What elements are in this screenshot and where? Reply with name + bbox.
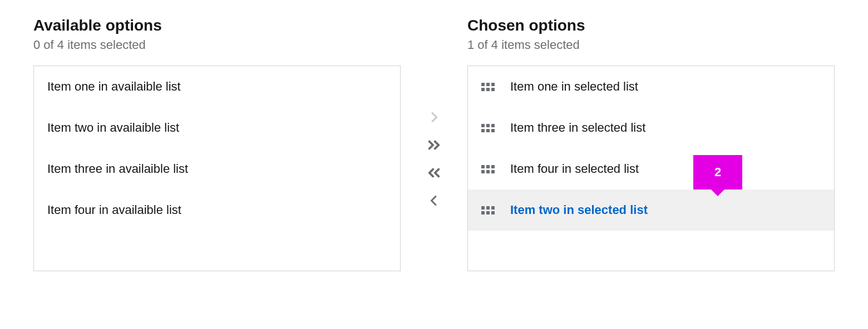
list-item[interactable]: Item four in availaible list <box>34 190 400 231</box>
available-status: 0 of 4 items selected <box>33 38 401 52</box>
grip-vertical-icon[interactable] <box>481 206 495 215</box>
remove-selected-button[interactable] <box>427 192 441 210</box>
list-item[interactable]: 2 Item two in selected list <box>468 190 834 231</box>
list-item[interactable]: Item one in availaible list <box>34 66 400 107</box>
available-pane: Available options 0 of 4 items selected … <box>33 17 401 271</box>
list-item-label: Item three in selected list <box>510 121 645 135</box>
list-item-label: Item one in availaible list <box>47 79 181 94</box>
list-item[interactable]: Item two in availaible list <box>34 107 400 148</box>
list-item-label: Item four in availaible list <box>47 203 181 217</box>
reorder-tooltip: 2 <box>693 155 742 190</box>
angle-double-left-icon <box>427 166 441 180</box>
list-item[interactable]: Item three in availaible list <box>34 148 400 190</box>
list-item[interactable]: Item four in selected list <box>468 148 834 190</box>
list-item[interactable]: Item one in selected list <box>468 66 834 107</box>
remove-all-button[interactable] <box>425 164 443 182</box>
available-list: Item one in availaible list Item two in … <box>33 66 401 271</box>
grip-vertical-icon[interactable] <box>481 124 495 132</box>
list-item-label: Item two in selected list <box>510 203 648 217</box>
angle-left-icon <box>429 194 439 207</box>
grip-vertical-icon[interactable] <box>481 165 495 173</box>
chosen-status: 1 of 4 items selected <box>467 38 835 52</box>
add-selected-button[interactable] <box>427 108 441 126</box>
list-item-label: Item four in selected list <box>510 162 639 176</box>
list-item-label: Item one in selected list <box>510 79 638 94</box>
dual-list-selector: Available options 0 of 4 items selected … <box>33 17 835 271</box>
add-all-button[interactable] <box>425 136 443 154</box>
chosen-list: Item one in selected list Item three in … <box>467 66 835 271</box>
chosen-pane: Chosen options 1 of 4 items selected Ite… <box>467 17 835 271</box>
grip-vertical-icon[interactable] <box>481 83 495 91</box>
list-item-label: Item two in availaible list <box>47 121 179 135</box>
angle-double-right-icon <box>427 138 441 152</box>
available-title: Available options <box>33 17 401 34</box>
angle-right-icon <box>429 111 439 124</box>
list-item-label: Item three in availaible list <box>47 162 188 176</box>
transfer-controls <box>401 17 467 210</box>
list-item[interactable]: Item three in selected list <box>468 107 834 148</box>
chosen-title: Chosen options <box>467 17 835 34</box>
